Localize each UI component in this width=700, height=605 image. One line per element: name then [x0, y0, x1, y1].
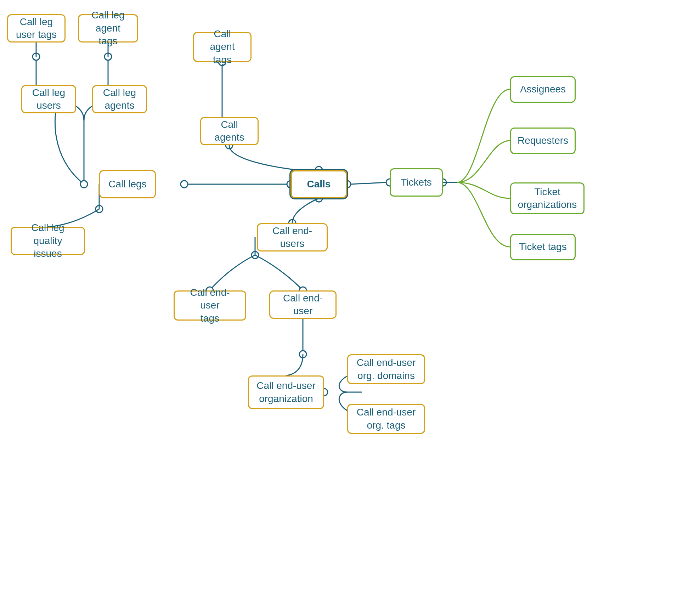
tickets-node: Tickets — [390, 168, 443, 197]
call-end-user-org-domains-label: Call end-userorg. domains — [357, 356, 416, 382]
call-leg-user-tags-node: Call leguser tags — [7, 14, 66, 43]
call-end-user-org-label: Call end-userorganization — [256, 379, 316, 405]
call-end-user-node: Call end-user — [269, 290, 337, 319]
tickets-label: Tickets — [401, 176, 432, 189]
calls-node: Calls — [290, 170, 347, 198]
call-agent-tags-node: Call agenttags — [193, 32, 252, 62]
ticket-organizations-node: Ticketorganizations — [510, 182, 585, 214]
call-leg-users-label: Call legusers — [32, 86, 65, 112]
assignees-node: Assignees — [510, 76, 576, 103]
call-leg-agents-node: Call legagents — [92, 85, 147, 113]
call-end-user-org-tags-node: Call end-userorg. tags — [347, 404, 425, 434]
call-leg-quality-node: Call legquality issues — [11, 227, 85, 255]
svg-point-15 — [96, 205, 103, 213]
requesters-node: Requesters — [510, 128, 576, 154]
svg-point-0 — [181, 181, 188, 188]
ticket-organizations-label: Ticketorganizations — [518, 186, 577, 211]
svg-point-25 — [252, 251, 259, 259]
requesters-label: Requesters — [518, 134, 568, 147]
call-end-users-label: Call end-users — [265, 225, 320, 250]
svg-point-13 — [105, 53, 112, 60]
call-end-user-org-node: Call end-userorganization — [248, 375, 324, 409]
call-end-user-tags-node: Call end-usertags — [174, 290, 246, 321]
call-end-users-node: Call end-users — [257, 223, 328, 251]
call-legs-label: Call legs — [108, 178, 146, 191]
call-legs-node: Call legs — [99, 170, 156, 198]
call-agent-tags-label: Call agenttags — [201, 28, 243, 66]
call-leg-quality-label: Call legquality issues — [19, 221, 77, 260]
call-end-user-org-tags-label: Call end-userorg. tags — [357, 406, 416, 432]
call-leg-agent-tags-label: Call legagent tags — [86, 9, 130, 47]
call-leg-user-tags-label: Call leguser tags — [16, 16, 57, 41]
ticket-tags-label: Ticket tags — [519, 241, 566, 253]
ticket-tags-node: Ticket tags — [510, 234, 576, 260]
call-end-user-label: Call end-user — [277, 292, 328, 318]
calls-label: Calls — [307, 178, 331, 191]
svg-point-30 — [299, 351, 306, 358]
call-leg-users-node: Call legusers — [21, 85, 76, 113]
assignees-label: Assignees — [520, 83, 566, 96]
svg-point-8 — [33, 53, 40, 60]
svg-point-4 — [80, 181, 88, 188]
svg-line-36 — [351, 182, 386, 184]
call-end-user-org-domains-node: Call end-userorg. domains — [347, 354, 425, 384]
call-end-user-tags-label: Call end-usertags — [182, 286, 238, 325]
call-agents-node: Call agents — [200, 117, 259, 145]
call-leg-agents-label: Call legagents — [103, 86, 136, 112]
call-leg-agent-tags-node: Call legagent tags — [78, 14, 138, 43]
call-agents-label: Call agents — [208, 118, 250, 144]
